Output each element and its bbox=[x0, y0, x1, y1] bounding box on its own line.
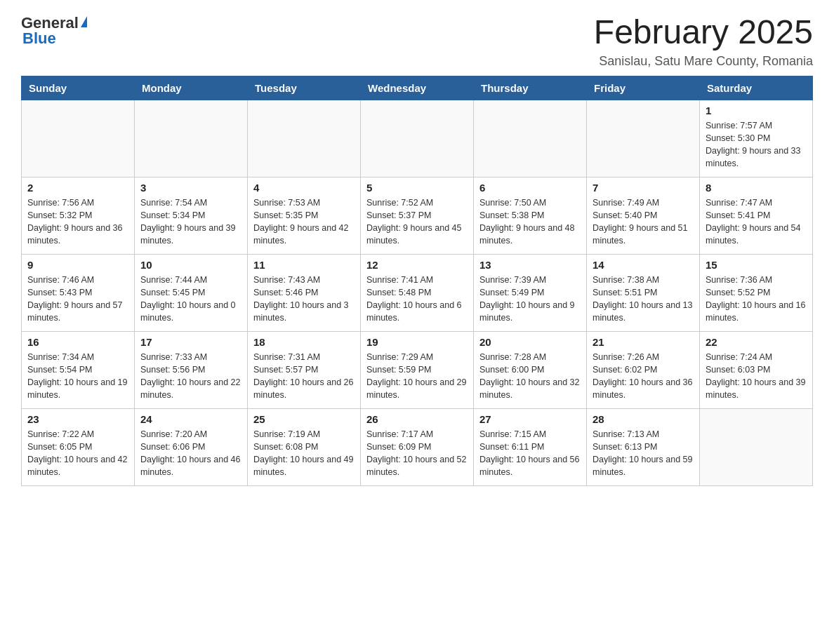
day-number: 15 bbox=[706, 259, 807, 271]
title-block: February 2025 Sanislau, Satu Mare County… bbox=[594, 14, 813, 69]
day-number: 19 bbox=[366, 336, 468, 348]
calendar-cell: 12Sunrise: 7:41 AMSunset: 5:48 PMDayligh… bbox=[361, 254, 474, 331]
day-number: 20 bbox=[479, 336, 581, 348]
day-number: 5 bbox=[366, 182, 468, 194]
day-number: 4 bbox=[253, 182, 355, 194]
calendar-table: SundayMondayTuesdayWednesdayThursdayFrid… bbox=[21, 76, 813, 486]
weekday-header-monday: Monday bbox=[135, 76, 248, 100]
day-number: 23 bbox=[27, 413, 128, 425]
day-info: Sunrise: 7:50 AMSunset: 5:38 PMDaylight:… bbox=[479, 196, 581, 248]
calendar-cell: 22Sunrise: 7:24 AMSunset: 6:03 PMDayligh… bbox=[700, 331, 813, 408]
day-info: Sunrise: 7:41 AMSunset: 5:48 PMDaylight:… bbox=[366, 274, 468, 325]
day-info: Sunrise: 7:44 AMSunset: 5:45 PMDaylight:… bbox=[140, 274, 241, 325]
calendar-cell bbox=[587, 100, 700, 177]
day-info: Sunrise: 7:46 AMSunset: 5:43 PMDaylight:… bbox=[27, 274, 128, 325]
calendar-cell: 1Sunrise: 7:57 AMSunset: 5:30 PMDaylight… bbox=[700, 100, 813, 177]
calendar-cell: 7Sunrise: 7:49 AMSunset: 5:40 PMDaylight… bbox=[587, 177, 700, 254]
day-number: 27 bbox=[479, 413, 581, 425]
calendar-cell bbox=[361, 100, 474, 177]
day-number: 22 bbox=[706, 336, 807, 348]
day-number: 24 bbox=[140, 413, 241, 425]
logo-blue-text: Blue bbox=[22, 29, 56, 48]
calendar-cell: 26Sunrise: 7:17 AMSunset: 6:09 PMDayligh… bbox=[361, 408, 474, 485]
day-number: 2 bbox=[27, 182, 128, 194]
month-title: February 2025 bbox=[594, 14, 813, 51]
day-number: 11 bbox=[253, 259, 355, 271]
day-info: Sunrise: 7:39 AMSunset: 5:49 PMDaylight:… bbox=[479, 274, 581, 325]
day-number: 12 bbox=[366, 259, 468, 271]
day-number: 17 bbox=[140, 336, 241, 348]
calendar-cell: 25Sunrise: 7:19 AMSunset: 6:08 PMDayligh… bbox=[248, 408, 361, 485]
day-info: Sunrise: 7:15 AMSunset: 6:11 PMDaylight:… bbox=[479, 428, 581, 479]
calendar-cell: 18Sunrise: 7:31 AMSunset: 5:57 PMDayligh… bbox=[248, 331, 361, 408]
calendar-cell: 28Sunrise: 7:13 AMSunset: 6:13 PMDayligh… bbox=[587, 408, 700, 485]
day-number: 1 bbox=[706, 105, 807, 116]
calendar-cell: 23Sunrise: 7:22 AMSunset: 6:05 PMDayligh… bbox=[22, 408, 135, 485]
calendar-week-2: 2Sunrise: 7:56 AMSunset: 5:32 PMDaylight… bbox=[22, 177, 813, 254]
calendar-cell: 19Sunrise: 7:29 AMSunset: 5:59 PMDayligh… bbox=[361, 331, 474, 408]
day-info: Sunrise: 7:29 AMSunset: 5:59 PMDaylight:… bbox=[366, 351, 468, 402]
calendar-cell bbox=[474, 100, 587, 177]
day-info: Sunrise: 7:52 AMSunset: 5:37 PMDaylight:… bbox=[366, 196, 468, 248]
page-header: General Blue February 2025 Sanislau, Sat… bbox=[21, 14, 813, 69]
day-number: 7 bbox=[593, 182, 694, 194]
day-info: Sunrise: 7:54 AMSunset: 5:34 PMDaylight:… bbox=[140, 196, 241, 248]
day-info: Sunrise: 7:57 AMSunset: 5:30 PMDaylight:… bbox=[706, 119, 807, 170]
logo-arrow-icon bbox=[81, 16, 87, 27]
calendar-cell: 24Sunrise: 7:20 AMSunset: 6:06 PMDayligh… bbox=[135, 408, 248, 485]
calendar-cell: 5Sunrise: 7:52 AMSunset: 5:37 PMDaylight… bbox=[361, 177, 474, 254]
day-info: Sunrise: 7:20 AMSunset: 6:06 PMDaylight:… bbox=[140, 428, 241, 479]
calendar-cell: 8Sunrise: 7:47 AMSunset: 5:41 PMDaylight… bbox=[700, 177, 813, 254]
calendar-cell: 2Sunrise: 7:56 AMSunset: 5:32 PMDaylight… bbox=[22, 177, 135, 254]
calendar-cell bbox=[135, 100, 248, 177]
logo: General Blue bbox=[21, 14, 87, 48]
day-info: Sunrise: 7:53 AMSunset: 5:35 PMDaylight:… bbox=[253, 196, 355, 248]
calendar-cell: 4Sunrise: 7:53 AMSunset: 5:35 PMDaylight… bbox=[248, 177, 361, 254]
weekday-header-sunday: Sunday bbox=[22, 76, 135, 100]
calendar-week-5: 23Sunrise: 7:22 AMSunset: 6:05 PMDayligh… bbox=[22, 408, 813, 485]
calendar-cell: 17Sunrise: 7:33 AMSunset: 5:56 PMDayligh… bbox=[135, 331, 248, 408]
day-info: Sunrise: 7:34 AMSunset: 5:54 PMDaylight:… bbox=[27, 351, 128, 402]
day-number: 14 bbox=[593, 259, 694, 271]
day-info: Sunrise: 7:17 AMSunset: 6:09 PMDaylight:… bbox=[366, 428, 468, 479]
calendar-cell: 9Sunrise: 7:46 AMSunset: 5:43 PMDaylight… bbox=[22, 254, 135, 331]
calendar-week-4: 16Sunrise: 7:34 AMSunset: 5:54 PMDayligh… bbox=[22, 331, 813, 408]
calendar-cell: 10Sunrise: 7:44 AMSunset: 5:45 PMDayligh… bbox=[135, 254, 248, 331]
day-number: 3 bbox=[140, 182, 241, 194]
calendar-cell: 16Sunrise: 7:34 AMSunset: 5:54 PMDayligh… bbox=[22, 331, 135, 408]
day-info: Sunrise: 7:43 AMSunset: 5:46 PMDaylight:… bbox=[253, 274, 355, 325]
weekday-header-saturday: Saturday bbox=[700, 76, 813, 100]
calendar-cell bbox=[22, 100, 135, 177]
day-info: Sunrise: 7:24 AMSunset: 6:03 PMDaylight:… bbox=[706, 351, 807, 402]
day-info: Sunrise: 7:33 AMSunset: 5:56 PMDaylight:… bbox=[140, 351, 241, 402]
day-number: 9 bbox=[27, 259, 128, 271]
weekday-header-friday: Friday bbox=[587, 76, 700, 100]
day-number: 26 bbox=[366, 413, 468, 425]
weekday-header-tuesday: Tuesday bbox=[248, 76, 361, 100]
day-info: Sunrise: 7:31 AMSunset: 5:57 PMDaylight:… bbox=[253, 351, 355, 402]
day-number: 6 bbox=[479, 182, 581, 194]
day-number: 21 bbox=[593, 336, 694, 348]
calendar-cell: 14Sunrise: 7:38 AMSunset: 5:51 PMDayligh… bbox=[587, 254, 700, 331]
day-info: Sunrise: 7:49 AMSunset: 5:40 PMDaylight:… bbox=[593, 196, 694, 248]
calendar-cell bbox=[248, 100, 361, 177]
calendar-cell: 11Sunrise: 7:43 AMSunset: 5:46 PMDayligh… bbox=[248, 254, 361, 331]
day-info: Sunrise: 7:28 AMSunset: 6:00 PMDaylight:… bbox=[479, 351, 581, 402]
calendar-cell: 6Sunrise: 7:50 AMSunset: 5:38 PMDaylight… bbox=[474, 177, 587, 254]
calendar-cell: 27Sunrise: 7:15 AMSunset: 6:11 PMDayligh… bbox=[474, 408, 587, 485]
day-number: 8 bbox=[706, 182, 807, 194]
calendar-cell: 3Sunrise: 7:54 AMSunset: 5:34 PMDaylight… bbox=[135, 177, 248, 254]
day-number: 10 bbox=[140, 259, 241, 271]
day-number: 25 bbox=[253, 413, 355, 425]
calendar-cell bbox=[700, 408, 813, 485]
calendar-week-3: 9Sunrise: 7:46 AMSunset: 5:43 PMDaylight… bbox=[22, 254, 813, 331]
calendar-week-1: 1Sunrise: 7:57 AMSunset: 5:30 PMDaylight… bbox=[22, 100, 813, 177]
day-info: Sunrise: 7:36 AMSunset: 5:52 PMDaylight:… bbox=[706, 274, 807, 325]
weekday-header-thursday: Thursday bbox=[474, 76, 587, 100]
day-info: Sunrise: 7:38 AMSunset: 5:51 PMDaylight:… bbox=[593, 274, 694, 325]
day-info: Sunrise: 7:47 AMSunset: 5:41 PMDaylight:… bbox=[706, 196, 807, 248]
calendar-cell: 13Sunrise: 7:39 AMSunset: 5:49 PMDayligh… bbox=[474, 254, 587, 331]
day-info: Sunrise: 7:26 AMSunset: 6:02 PMDaylight:… bbox=[593, 351, 694, 402]
day-info: Sunrise: 7:56 AMSunset: 5:32 PMDaylight:… bbox=[27, 196, 128, 248]
day-number: 16 bbox=[27, 336, 128, 348]
